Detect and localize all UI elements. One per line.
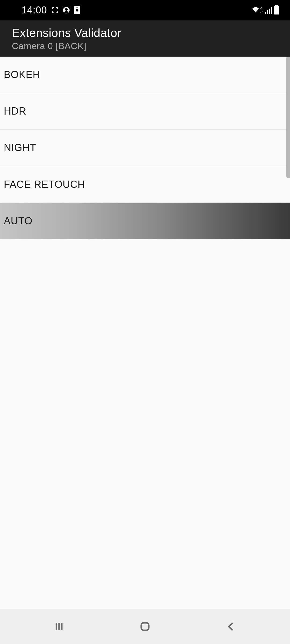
back-button[interactable] (223, 619, 239, 635)
battery-icon (274, 6, 279, 14)
status-time: 14:00 (21, 5, 47, 16)
home-button[interactable] (137, 619, 153, 635)
list-item-night[interactable]: NIGHT (0, 130, 290, 166)
extensions-list[interactable]: BOKEH HDR NIGHT FACE RETOUCH AUTO (0, 57, 290, 609)
list-item-auto[interactable]: AUTO (0, 203, 290, 239)
wifi-badge: 6 (260, 7, 263, 10)
list-item-label: HDR (4, 105, 26, 117)
status-bar: 14:00 6 (0, 0, 290, 20)
cellular-signal-icon (265, 6, 272, 14)
wifi-icon: 6 (252, 7, 263, 14)
fullscreen-icon (51, 6, 59, 14)
app-bar: Extensions Validator Camera 0 [BACK] (0, 20, 290, 57)
list-item-label: AUTO (4, 215, 32, 227)
status-right: 6 (252, 6, 280, 14)
list-item-label: FACE RETOUCH (4, 179, 85, 190)
list-item-label: BOKEH (4, 69, 40, 80)
account-icon (63, 7, 70, 13)
app-title: Extensions Validator (12, 26, 278, 40)
list-item-bokeh[interactable]: BOKEH (0, 57, 290, 93)
list-item-hdr[interactable]: HDR (0, 93, 290, 130)
list-item-label: NIGHT (4, 142, 36, 153)
recents-button[interactable] (51, 619, 67, 635)
navigation-bar (0, 609, 290, 644)
list-item-face-retouch[interactable]: FACE RETOUCH (0, 166, 290, 203)
svg-rect-0 (141, 623, 149, 630)
scroll-indicator[interactable] (286, 57, 290, 178)
location-tag-icon (74, 6, 80, 14)
app-subtitle: Camera 0 [BACK] (12, 41, 278, 51)
status-left: 14:00 (21, 5, 80, 16)
